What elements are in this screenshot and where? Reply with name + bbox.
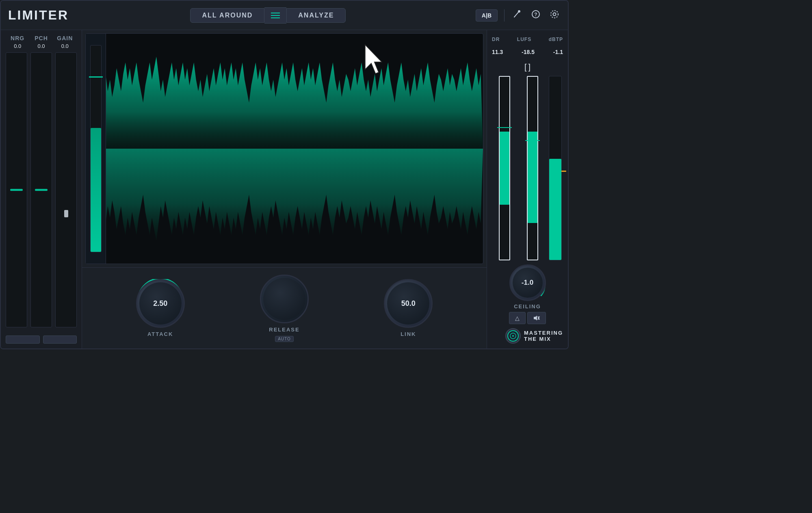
svg-point-4 [553,13,556,16]
brand-line-1: MASTERING [524,330,563,336]
nrg-fill [10,189,23,191]
level-bar-left [86,34,106,264]
gain-label: GAIN [53,35,77,41]
content-area: NRG PCH GAIN 0.0 0.0 0.0 [1,30,568,348]
vu-right-container [548,76,563,260]
vu-side-marker [561,171,566,172]
bracket-right: ] [528,63,531,72]
pch-fill [35,189,48,191]
link-label: LINK [401,331,416,337]
header-center: ALL AROUND ANALYZE [69,7,468,24]
nrg-label: NRG [6,35,29,41]
brand-text: MASTERING THE MIX [524,330,563,342]
dbtp-value: -1.1 [553,49,563,55]
hamburger-line-1 [271,13,280,13]
ceiling-mute-button[interactable] [527,312,546,324]
svg-point-18 [512,335,514,337]
nrg-meter [6,52,27,327]
dr-label: DR [492,37,500,42]
svg-point-5 [551,11,558,18]
left-btn-2[interactable] [43,336,77,344]
vu-middle-bracket [527,76,538,260]
vu-left-bracket [499,76,510,260]
hamburger-menu-button[interactable] [264,7,286,24]
meter-section: NRG PCH GAIN 0.0 0.0 0.0 [6,35,77,329]
ab-button[interactable]: A|B [476,9,498,22]
pch-value: 0.0 [29,43,53,49]
meter-brackets: [ ] [492,63,563,72]
app-title: LIMITER [8,8,69,23]
header-divider [504,9,505,22]
vu-middle-container [520,76,546,260]
left-btn-1[interactable] [6,336,40,344]
lufs-value: -18.5 [522,49,535,55]
vu-middle-fill [528,132,537,223]
nrg-value: 0.0 [6,43,29,49]
release-knob[interactable] [260,275,309,323]
attack-knob-wrapper: 2.50 [136,279,185,328]
help-button[interactable]: ? [530,8,542,22]
link-group: 50.0 LINK [384,279,433,337]
dr-value: 11.3 [492,49,503,55]
meter-values: 0.0 0.0 0.0 [6,43,77,49]
link-knob-wrapper: 50.0 [384,279,433,328]
meter-labels: NRG PCH GAIN [6,35,77,41]
attack-group: 2.50 ATTACK [136,279,185,337]
gain-value: 0.0 [53,43,77,49]
preset-button[interactable]: ALL AROUND [190,8,264,23]
center-panel: 2.50 ATTACK RELEASE [82,30,487,348]
brand-section: MASTERING THE MIX [492,328,563,344]
brand-line-2: THE MIX [524,336,563,342]
vu-left-marker [497,127,512,128]
release-group: RELEASE AUTO [260,275,309,342]
ceiling-tune-button[interactable]: △ [509,312,526,324]
level-marker [89,76,103,78]
main-container: LIMITER ALL AROUND ANALYZE A|B [0,0,569,349]
ceiling-label: CEILING [514,303,541,310]
header: LIMITER ALL AROUND ANALYZE A|B [1,1,568,30]
pch-meter [30,52,52,327]
mute-icon [533,315,540,321]
hamburger-line-2 [271,15,280,16]
gain-fill [64,210,68,217]
gear-icon [550,10,559,19]
hamburger-line-3 [271,17,280,18]
svg-marker-13 [534,316,537,320]
level-bar-fill [91,128,101,251]
ceiling-buttons: △ [509,312,546,324]
controls-bar: 2.50 ATTACK RELEASE [82,267,487,348]
paint-icon [513,10,522,19]
vu-left-fill [500,132,509,205]
settings-button[interactable] [548,8,561,22]
brand-logo [505,328,521,344]
level-bar-track [90,45,102,252]
dbtp-label: dBTP [549,37,563,42]
attack-value: 2.50 [153,299,167,308]
tune-icon: △ [515,315,520,321]
link-value: 50.0 [401,299,416,308]
waveform-display [85,33,483,264]
link-knob[interactable]: 50.0 [384,279,433,328]
attack-knob[interactable]: 2.50 [136,279,185,328]
attack-label: ATTACK [147,331,173,337]
analyze-button[interactable]: ANALYZE [286,8,346,23]
release-knob-wrapper [260,275,309,323]
vu-left-container [492,76,518,260]
svg-point-1 [518,10,520,13]
mastering-logo-icon [507,330,519,342]
ceiling-value: -1.0 [522,279,533,287]
right-panel: DR LUFS dBTP 11.3 -18.5 -1.1 [ ] [487,30,568,348]
ceiling-knob-wrapper: -1.0 [509,264,546,301]
meters-row [6,51,77,329]
waveform-svg [86,34,483,264]
meter-display [492,76,563,260]
release-sublabel: AUTO [275,336,294,342]
left-bottom [6,332,77,344]
paint-button[interactable] [511,8,523,22]
gain-meter [55,52,77,327]
left-panel: NRG PCH GAIN 0.0 0.0 0.0 [1,30,82,348]
svg-text:?: ? [534,12,537,17]
ceiling-knob[interactable]: -1.0 [509,264,546,301]
vu-right-track [549,76,562,260]
bracket-left: [ [524,63,527,72]
